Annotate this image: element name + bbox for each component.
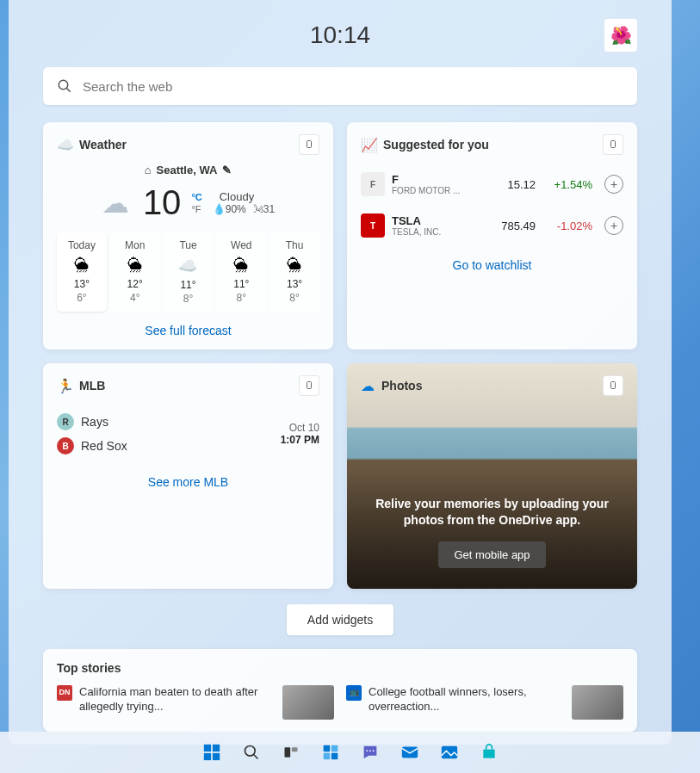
- svg-rect-8: [203, 753, 210, 760]
- svg-rect-21: [401, 747, 417, 758]
- svg-rect-9: [212, 753, 219, 760]
- taskbar: [0, 732, 700, 773]
- stocks-widget: 📈 Suggested for you F FFORD MOTOR ... 15…: [347, 122, 637, 349]
- story-source-badge: 📺: [346, 685, 362, 701]
- see-more-mlb-link[interactable]: See more MLB: [57, 475, 319, 489]
- store-button[interactable]: [472, 735, 506, 770]
- cloud-icon: [102, 187, 133, 220]
- team-logo: B: [57, 437, 74, 455]
- location-row[interactable]: ⌂ Seattle, WA ✎: [57, 164, 319, 176]
- svg-line-1: [66, 88, 71, 92]
- weather-stats: 💧90% 🌬31: [213, 203, 275, 215]
- mlb-widget: 🏃 MLB RRays BRed Sox Oct 10 1:07 PM See …: [43, 363, 333, 589]
- forecast-day[interactable]: Mon🌦12°4°: [110, 232, 160, 312]
- svg-line-11: [253, 755, 257, 759]
- user-avatar[interactable]: 🌺: [604, 19, 637, 52]
- panel-header: 10:14 🌺: [43, 14, 637, 57]
- widget-title: MLB: [79, 379, 299, 393]
- svg-rect-17: [331, 753, 338, 760]
- sports-icon: 🏃: [57, 378, 72, 393]
- story-thumbnail: [572, 685, 623, 720]
- svg-rect-6: [203, 745, 210, 751]
- svg-rect-3: [611, 141, 616, 148]
- weather-widget: ☁️ Weather ⌂ Seattle, WA ✎ 10 °C °F Clou…: [43, 122, 333, 349]
- svg-point-20: [372, 750, 374, 751]
- svg-rect-16: [323, 753, 330, 760]
- photos-app-button[interactable]: [432, 735, 467, 770]
- pin-button[interactable]: [603, 134, 623, 155]
- stock-row[interactable]: F FFORD MOTOR ... 15.12 +1.54% +: [361, 164, 623, 205]
- weather-icon: ☁️: [57, 137, 72, 152]
- add-stock-button[interactable]: +: [604, 175, 623, 194]
- svg-point-0: [59, 80, 68, 90]
- top-stories-widget: Top stories DN California man beaten to …: [43, 649, 637, 732]
- story-source-badge: DN: [57, 685, 72, 701]
- widgets-panel: 10:14 🌺 ☁️ Weather ⌂ Seattle, WA ✎ 10 °C: [9, 0, 672, 745]
- clock: 10:14: [310, 22, 370, 49]
- widget-title: Photos: [381, 379, 603, 393]
- stock-row[interactable]: T TSLATESLA, INC. 785.49 -1.02% +: [361, 205, 623, 246]
- forecast-row: Today🌦13°6° Mon🌦12°4° Tue☁️11°8° Wed🌦11°…: [57, 232, 319, 312]
- forecast-day[interactable]: Tue☁️11°8°: [164, 232, 214, 312]
- widget-title: Weather: [79, 138, 299, 152]
- edit-icon[interactable]: ✎: [222, 164, 232, 176]
- svg-rect-7: [212, 745, 219, 751]
- mlb-game[interactable]: RRays BRed Sox Oct 10 1:07 PM: [57, 405, 319, 463]
- get-mobile-app-button[interactable]: Get mobile app: [438, 541, 545, 568]
- mail-button[interactable]: [393, 735, 427, 770]
- task-view-button[interactable]: [274, 735, 308, 770]
- pin-button[interactable]: [299, 375, 319, 396]
- widgets-button[interactable]: [313, 735, 348, 770]
- search-icon: [57, 78, 72, 94]
- svg-point-10: [245, 746, 255, 757]
- stock-logo: T: [361, 213, 385, 238]
- start-button[interactable]: [195, 735, 229, 770]
- game-date: Oct 10: [281, 422, 319, 434]
- game-time: 1:07 PM: [281, 434, 319, 446]
- photos-message: Relive your memories by uploading your p…: [364, 496, 620, 529]
- unit-toggle[interactable]: °C °F: [191, 192, 201, 214]
- condition-text: Cloudy: [220, 190, 275, 203]
- svg-rect-2: [307, 141, 312, 148]
- taskbar-search-button[interactable]: [234, 735, 269, 770]
- photos-widget: ☁ Photos Relive your memories by uploadi…: [347, 363, 637, 589]
- forecast-day[interactable]: Today🌦13°6°: [57, 232, 107, 312]
- story-thumbnail: [282, 685, 334, 720]
- svg-rect-12: [284, 747, 290, 758]
- story-headline: California man beaten to death after all…: [79, 685, 276, 720]
- pin-button[interactable]: [603, 375, 623, 396]
- story-headline: College football winners, losers, overre…: [369, 685, 565, 720]
- svg-rect-14: [323, 745, 330, 752]
- onedrive-icon: ☁: [361, 378, 375, 394]
- svg-rect-5: [611, 382, 616, 389]
- stock-logo: F: [361, 172, 385, 196]
- forecast-day[interactable]: Thu🌦13°8°: [269, 232, 319, 312]
- team-logo: R: [57, 413, 74, 430]
- svg-point-19: [366, 750, 368, 751]
- location-text: Seattle, WA: [157, 164, 218, 176]
- forecast-day[interactable]: Wed🌦11°8°: [216, 232, 266, 312]
- see-full-forecast-link[interactable]: See full forecast: [57, 324, 319, 337]
- add-widgets-button[interactable]: Add widgets: [287, 604, 393, 635]
- pin-button[interactable]: [299, 134, 319, 155]
- current-temp: 10: [143, 183, 182, 222]
- home-icon: ⌂: [145, 164, 152, 176]
- svg-point-18: [369, 750, 371, 751]
- search-bar[interactable]: [43, 67, 637, 105]
- svg-rect-4: [307, 382, 312, 389]
- add-stock-button[interactable]: +: [604, 216, 623, 235]
- story-item[interactable]: DN California man beaten to death after …: [57, 685, 334, 720]
- widget-title: Top stories: [57, 661, 623, 675]
- widget-title: Suggested for you: [383, 138, 603, 152]
- search-input[interactable]: [83, 79, 623, 94]
- svg-rect-13: [291, 747, 297, 751]
- stocks-icon: 📈: [361, 137, 376, 152]
- go-to-watchlist-link[interactable]: Go to watchlist: [361, 258, 623, 272]
- svg-rect-15: [331, 745, 338, 752]
- story-item[interactable]: 📺 College football winners, losers, over…: [346, 685, 623, 720]
- chat-button[interactable]: [353, 735, 387, 770]
